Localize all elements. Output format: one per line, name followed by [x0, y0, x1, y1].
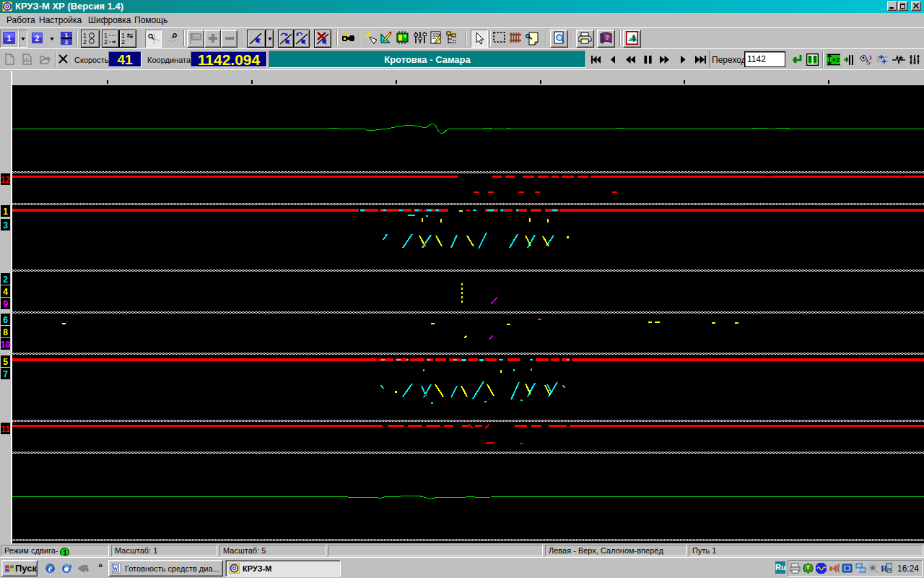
svg-text:1: 1 [3, 207, 8, 217]
svg-text:10: 10 [1, 340, 11, 350]
svg-text:2: 2 [104, 38, 108, 46]
svg-text:?: ? [605, 34, 609, 41]
svg-text:8: 8 [3, 327, 8, 337]
svg-text:11: 11 [1, 424, 10, 434]
svg-text:9: 9 [3, 299, 8, 309]
svg-text:5: 5 [3, 357, 8, 367]
svg-text:×2: ×2 [832, 56, 840, 64]
svg-text:2: 2 [35, 35, 40, 43]
svg-text:e: e [48, 564, 53, 574]
svg-text:4: 4 [3, 287, 8, 297]
svg-text:W: W [113, 566, 118, 572]
svg-text:3: 3 [3, 220, 8, 230]
svg-text:2: 2 [3, 275, 8, 285]
svg-text:12: 12 [1, 175, 11, 185]
svg-text:7: 7 [3, 369, 8, 379]
svg-text:2: 2 [65, 39, 69, 45]
svg-text:1: 1 [6, 34, 11, 43]
svg-text:2: 2 [121, 38, 125, 46]
svg-text:2: 2 [83, 38, 87, 46]
svg-text:KM: KM [193, 35, 200, 40]
svg-text:1: 1 [65, 32, 69, 38]
svg-text:6: 6 [3, 315, 8, 325]
